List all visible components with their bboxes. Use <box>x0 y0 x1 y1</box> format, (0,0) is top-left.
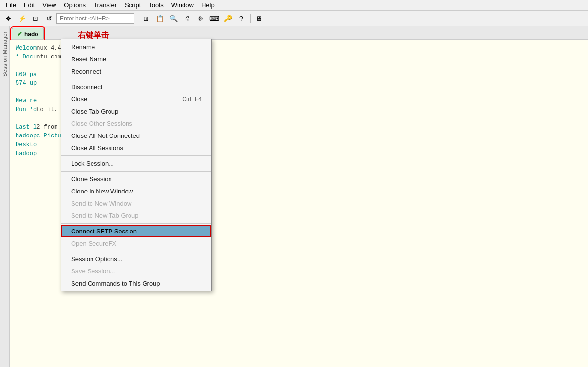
menu-item-label-send-new-tab-group: Send to New Tab Group <box>71 212 139 219</box>
menu-item-label-send-commands: Send Commands to This Group <box>71 280 160 287</box>
menu-item-close-all-not-connected[interactable]: Close All Not Connected <box>61 130 211 142</box>
menu-item-session-options[interactable]: Session Options... <box>61 253 211 265</box>
menu-separator <box>61 171 211 172</box>
menu-item-label-session-options: Session Options... <box>71 255 123 263</box>
menu-item-connect-sftp[interactable]: Connect SFTP Session <box>61 225 211 237</box>
menu-item-label-clone-session: Clone Session <box>71 175 112 183</box>
menu-item-label-close: Close <box>71 96 87 103</box>
menu-item-clone-session[interactable]: Clone Session <box>61 173 211 185</box>
menu-item-shortcut-close: Ctrl+F4 <box>182 96 202 103</box>
menu-separator <box>61 79 211 79</box>
menu-item-send-new-window: Send to New Window <box>61 197 211 210</box>
menu-item-close-all-sessions[interactable]: Close All Sessions <box>61 142 211 154</box>
menu-item-label-save-session: Save Session... <box>71 268 115 275</box>
menu-item-send-new-tab-group: Send to New Tab Group <box>61 210 211 222</box>
menu-item-rename[interactable]: Rename <box>61 41 211 53</box>
menu-item-label-rename: Rename <box>71 43 95 51</box>
context-menu: RenameReset NameReconnectDisconnectClose… <box>61 39 212 291</box>
menu-item-open-securefx: Open SecureFX <box>61 237 211 250</box>
menu-item-label-close-tab-group: Close Tab Group <box>71 108 118 115</box>
menu-separator <box>61 155 211 156</box>
menu-item-lock-session[interactable]: Lock Session... <box>61 157 211 170</box>
menu-item-reset-name[interactable]: Reset Name <box>61 53 211 65</box>
menu-item-label-reconnect: Reconnect <box>71 68 101 75</box>
menu-separator <box>61 251 211 251</box>
menu-item-send-commands[interactable]: Send Commands to This Group <box>61 277 211 290</box>
menu-item-reconnect[interactable]: Reconnect <box>61 65 211 77</box>
menu-item-disconnect[interactable]: Disconnect <box>61 81 211 93</box>
menu-item-label-send-new-window: Send to New Window <box>71 200 131 207</box>
menu-item-close-other-sessions: Close Other Sessions <box>61 117 211 130</box>
context-menu-overlay[interactable]: RenameReset NameReconnectDisconnectClose… <box>0 0 588 367</box>
menu-item-label-lock-session: Lock Session... <box>71 160 114 167</box>
menu-item-save-session: Save Session... <box>61 265 211 277</box>
menu-item-label-close-all-sessions: Close All Sessions <box>71 144 123 152</box>
menu-separator <box>61 223 211 224</box>
menu-item-label-clone-new-window: Clone in New Window <box>71 188 133 195</box>
menu-item-label-open-securefx: Open SecureFX <box>71 240 116 247</box>
menu-item-label-close-all-not-connected: Close All Not Connected <box>71 132 140 139</box>
menu-item-label-reset-name: Reset Name <box>71 56 106 63</box>
menu-item-clone-new-window[interactable]: Clone in New Window <box>61 185 211 197</box>
menu-item-label-disconnect: Disconnect <box>71 83 102 91</box>
menu-item-close-tab-group[interactable]: Close Tab Group <box>61 105 211 117</box>
menu-item-close[interactable]: CloseCtrl+F4 <box>61 93 211 105</box>
menu-item-label-close-other-sessions: Close Other Sessions <box>71 120 132 127</box>
menu-item-label-connect-sftp: Connect SFTP Session <box>71 228 137 235</box>
